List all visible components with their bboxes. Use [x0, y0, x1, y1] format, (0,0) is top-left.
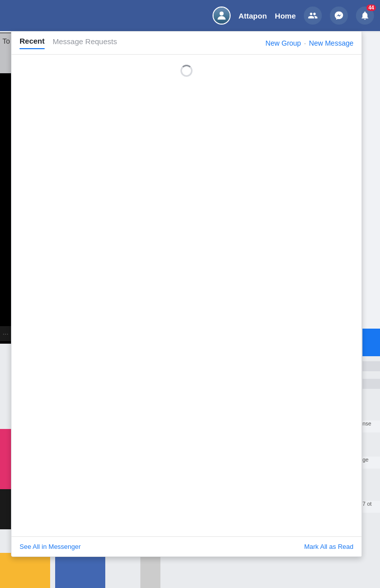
tabs-container: Recent Message Requests: [20, 37, 117, 49]
notifications-badge: 44: [366, 5, 376, 11]
messenger-icon-button[interactable]: [330, 7, 348, 25]
loading-spinner: [180, 65, 193, 77]
dropdown-header: Recent Message Requests New Group · New …: [12, 32, 361, 55]
messenger-icon: [334, 11, 344, 21]
left-dots: ···: [0, 326, 11, 341]
new-message-button[interactable]: New Message: [309, 39, 353, 47]
action-separator: ·: [304, 39, 306, 47]
friends-icon-button[interactable]: [304, 7, 322, 25]
right-text-onse: nse: [362, 420, 380, 432]
right-text-7ot: 7 ot: [362, 501, 380, 513]
avatar-image: [214, 8, 230, 24]
right-gray-bar-2: [362, 379, 380, 389]
right-gray-bar-1: [362, 361, 380, 371]
navbar: Attapon Home 44: [0, 0, 380, 31]
mark-all-read-button[interactable]: Mark All as Read: [304, 543, 353, 550]
right-blue-button[interactable]: [362, 329, 380, 356]
svg-point-0: [220, 12, 224, 16]
left-panel: [0, 33, 11, 344]
tab-message-requests[interactable]: Message Requests: [53, 37, 117, 49]
messenger-dropdown: Recent Message Requests New Group · New …: [11, 31, 362, 557]
bottom-thumbnail-yellow: [0, 553, 50, 588]
nav-username[interactable]: Attapon: [239, 12, 267, 20]
left-red-strip: [0, 429, 11, 489]
dropdown-content: [12, 55, 361, 536]
tab-recent[interactable]: Recent: [20, 37, 45, 49]
notifications-icon-button[interactable]: 44: [356, 7, 374, 25]
avatar[interactable]: [213, 7, 231, 25]
right-text-ge: ge: [362, 457, 380, 469]
left-dark-strip: [0, 489, 11, 529]
right-sidebar: [362, 33, 380, 334]
dropdown-footer: See All in Messenger Mark All as Read: [12, 536, 361, 556]
notifications-icon: [360, 11, 370, 21]
bottom-thumbnail-blue: [55, 553, 105, 588]
nav-home-link[interactable]: Home: [275, 12, 296, 20]
see-all-messenger-link[interactable]: See All in Messenger: [20, 543, 81, 550]
friends-icon: [308, 11, 318, 21]
nav-user-section: Attapon Home 44: [213, 7, 374, 25]
new-group-button[interactable]: New Group: [266, 39, 301, 47]
actions-container: New Group · New Message: [266, 39, 353, 47]
bottom-thumbnail-gray: [140, 553, 160, 588]
